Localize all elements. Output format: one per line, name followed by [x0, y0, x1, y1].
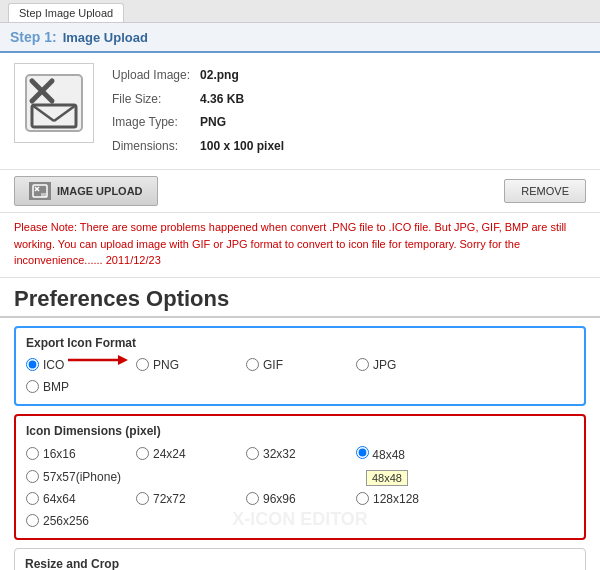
dimensions-value: 100 x 100 pixel [200, 136, 284, 158]
export-format-section: Export Icon Format ICO PNG GIF JPG BMP [14, 326, 586, 406]
export-format-png[interactable]: PNG [136, 356, 246, 374]
step-header: Step 1: Image Upload [0, 23, 600, 53]
dim-16x16[interactable]: 16x16 [26, 445, 136, 463]
preferences-title: Preferences Options [0, 278, 600, 318]
resize-crop-legend: Resize and Crop [25, 557, 575, 570]
red-arrow-export [68, 350, 128, 370]
dim-128x128[interactable]: 128x128 [356, 490, 466, 508]
warning-text: Please Note: There are some problems hap… [0, 213, 600, 278]
upload-btn-row: IMAGE UPLOAD REMOVE [0, 170, 600, 213]
step-number: Step 1: [10, 29, 57, 45]
upload-btn-label: IMAGE UPLOAD [57, 185, 143, 197]
imagetype-value: PNG [200, 112, 284, 134]
dim-48x48[interactable]: 48x48 48x48 [356, 444, 466, 464]
export-format-legend: Export Icon Format [26, 336, 574, 350]
export-format-gif[interactable]: GIF [246, 356, 356, 374]
dim-96x96[interactable]: 96x96 [246, 490, 356, 508]
dim-256x256[interactable]: 256x256 [26, 512, 136, 530]
dim-32x32[interactable]: 32x32 [246, 445, 356, 463]
svg-rect-9 [41, 193, 46, 197]
resize-crop-section: Resize and Crop Auto Resize (squeeze to … [14, 548, 586, 570]
step-title: Image Upload [63, 30, 148, 45]
preview-icon [24, 73, 84, 133]
icon-dimensions-row2: 64x64 72x72 96x96 128x128 256x256 [26, 490, 574, 530]
dim-72x72[interactable]: 72x72 [136, 490, 246, 508]
export-format-jpg[interactable]: JPG [356, 356, 466, 374]
upload-info: Upload Image: 02.png File Size: 4.36 KB … [110, 63, 286, 159]
dim-24x24[interactable]: 24x24 [136, 445, 246, 463]
filesize-value: 4.36 KB [200, 89, 284, 111]
tab-bar: Step Image Upload [0, 0, 600, 23]
dim-64x64[interactable]: 64x64 [26, 490, 136, 508]
tooltip-48x48: 48x48 [366, 470, 408, 486]
icon-dimensions-legend: Icon Dimensions (pixel) [26, 424, 574, 438]
upload-section: Upload Image: 02.png File Size: 4.36 KB … [0, 53, 600, 170]
filename-value: 02.png [200, 65, 284, 87]
svg-marker-11 [118, 355, 128, 365]
upload-btn-icon [29, 182, 51, 200]
imagetype-label: Image Type: [112, 112, 198, 134]
filesize-label: File Size: [112, 89, 198, 111]
export-format-bmp[interactable]: BMP [26, 378, 136, 396]
icon-dimensions-row1: 16x16 24x24 32x32 48x48 48x48 57x57(iPho… [26, 444, 574, 486]
remove-button[interactable]: REMOVE [504, 179, 586, 203]
filename-label: Upload Image: [112, 65, 198, 87]
image-preview [14, 63, 94, 143]
upload-button[interactable]: IMAGE UPLOAD [14, 176, 158, 206]
dimensions-label: Dimensions: [112, 136, 198, 158]
dim-57x57[interactable]: 57x57(iPhone) [26, 468, 136, 486]
tab-step-image-upload[interactable]: Step Image Upload [8, 3, 124, 22]
icon-dimensions-section: Icon Dimensions (pixel) 16x16 24x24 32x3… [14, 414, 586, 540]
